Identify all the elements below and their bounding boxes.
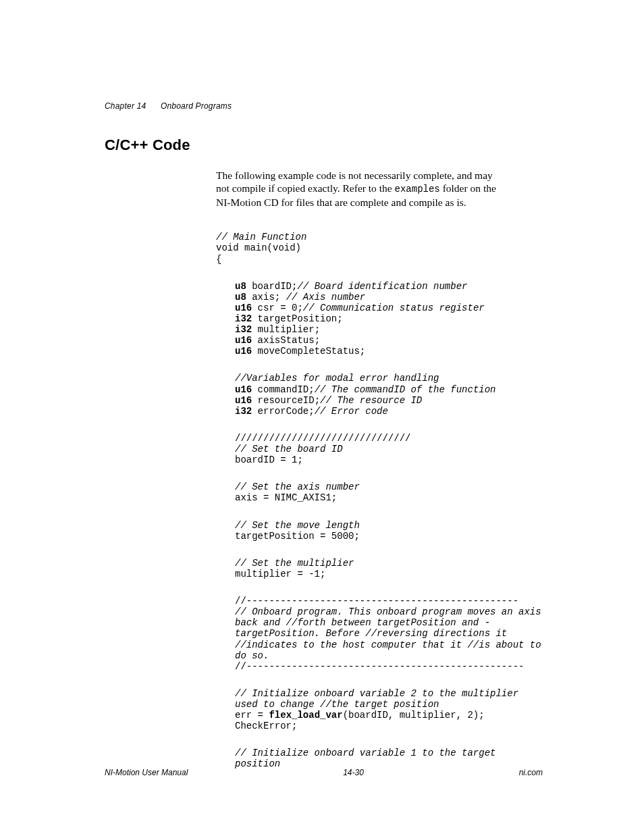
code-comment: // The commandID of the function: [315, 384, 496, 395]
footer-page-number: 14-30: [343, 768, 364, 777]
code-line: targetPosition = 5000;: [235, 531, 360, 542]
code-keyword: u16: [235, 346, 252, 357]
code-comment: //Variables for modal error handling: [235, 373, 439, 384]
code-comment: // Communication status register: [303, 303, 485, 313]
code-text: axisStatus;: [252, 335, 320, 346]
code-line: CheckError;: [235, 721, 297, 731]
code-text: targetPosition;: [252, 313, 342, 324]
footer-left: NI-Motion User Manual: [105, 768, 188, 777]
code-text: moveCompleteStatus;: [252, 346, 365, 357]
code-comment: // Set the axis number: [235, 481, 360, 492]
code-line: boardID = 1;: [235, 454, 303, 465]
code-text: commandID;: [252, 384, 314, 395]
intro-line: not compile if copied exactly. Refer to …: [216, 182, 395, 194]
code-text: csr = 0;: [252, 303, 303, 313]
chapter-title: Onboard Programs: [161, 101, 232, 111]
intro-line: The following example code is not necess…: [216, 170, 493, 181]
code-line: void main(void): [216, 242, 301, 253]
code-func: flex_load_var: [269, 710, 342, 721]
code-comment: // Onboard program. This onboard program…: [235, 606, 547, 660]
code-comment: // Axis number: [286, 292, 366, 303]
code-keyword: i32: [235, 324, 252, 335]
intro-paragraph: The following example code is not necess…: [216, 169, 543, 209]
code-comment: // The resource ID: [320, 395, 422, 406]
chapter-label: Chapter 14: [105, 101, 146, 111]
code-text: (boardID, multiplier, 2);: [343, 710, 485, 721]
code-keyword: i32: [235, 406, 252, 417]
code-comment: // Set the multiplier: [235, 558, 354, 569]
code-keyword: u16: [235, 384, 252, 395]
intro-line: NI-Motion CD for files that are complete…: [216, 197, 466, 208]
code-line: multiplier = -1;: [235, 569, 325, 579]
code-line: ///////////////////////////////: [235, 433, 410, 444]
code-comment: // Error code: [315, 406, 388, 417]
code-line: //--------------------------------------…: [235, 661, 524, 672]
code-text: multiplier;: [252, 324, 320, 335]
footer-right: ni.com: [519, 768, 543, 777]
code-keyword: u16: [235, 395, 252, 406]
code-listing: // Main Function void main(void) { u8 bo…: [216, 215, 543, 791]
code-comment: // Initialize onboard variable 2 to the …: [235, 688, 524, 710]
code-comment: // Set the move length: [235, 520, 360, 531]
code-word: examples: [395, 184, 440, 194]
page-footer: NI-Motion User Manual 14-30 ni.com: [105, 768, 543, 777]
page-header: Chapter 14 Onboard Programs: [105, 101, 543, 111]
code-comment: // Initialize onboard variable 1 to the …: [235, 748, 502, 769]
code-comment: // Main Function: [216, 232, 306, 242]
code-comment: // Set the board ID: [235, 444, 343, 454]
code-comment: // Board identification number: [297, 281, 467, 292]
code-text: boardID;: [246, 281, 298, 292]
code-text: resourceID;: [252, 395, 320, 406]
code-text: err =: [235, 710, 269, 721]
code-keyword: u8: [235, 292, 246, 303]
code-line: //--------------------------------------…: [235, 596, 518, 606]
code-keyword: u8: [235, 281, 246, 292]
code-keyword: u16: [235, 335, 252, 346]
code-text: axis;: [246, 292, 286, 303]
code-keyword: i32: [235, 313, 252, 324]
code-line: axis = NIMC_AXIS1;: [235, 492, 337, 503]
code-text: errorCode;: [252, 406, 314, 417]
section-heading: C/C++ Code: [105, 136, 543, 154]
intro-line: folder on the: [440, 182, 496, 194]
code-keyword: u16: [235, 303, 252, 313]
code-line: {: [216, 254, 221, 265]
